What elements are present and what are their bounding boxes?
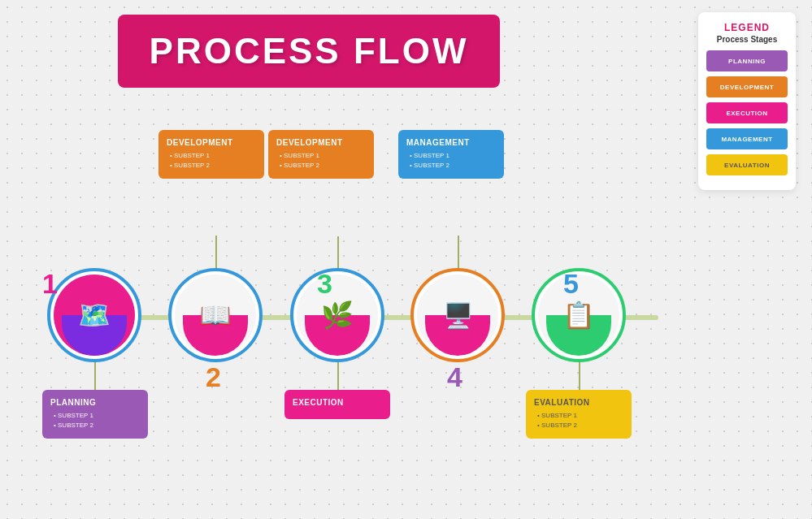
info-box-4-title: MANAGEMENT [406, 138, 496, 147]
step-number-5: 5 [563, 268, 579, 300]
legend-label-planning: PLANNING [728, 58, 766, 65]
legend-label-execution: EXECUTION [726, 110, 767, 117]
info-box-4-sub1: SUBSTEP 1 [410, 151, 496, 161]
legend-item-evaluation: EVALUATION [706, 154, 788, 175]
info-box-1-title: PLANNING [50, 398, 140, 407]
legend-label-management: MANAGEMENT [721, 136, 772, 143]
legend-item-execution: EXECUTION [706, 102, 788, 123]
info-box-3: EXECUTION [284, 390, 390, 419]
info-box-2b-sub1: SUBSTEP 1 [280, 151, 366, 161]
page-title: PROCESS FLOW [150, 31, 469, 71]
node-4: 🖥️ [417, 275, 498, 356]
info-box-1: PLANNING SUBSTEP 1 SUBSTEP 2 [42, 390, 148, 439]
legend-label-evaluation: EVALUATION [724, 162, 770, 169]
title-banner: PROCESS FLOW [118, 15, 500, 88]
info-box-5-sub1: SUBSTEP 1 [537, 411, 623, 421]
step-number-2: 2 [206, 361, 221, 393]
info-box-4: MANAGEMENT SUBSTEP 1 SUBSTEP 2 [398, 130, 504, 179]
info-box-5-title: EVALUATION [534, 398, 623, 407]
info-box-5-sub2: SUBSTEP 2 [537, 421, 623, 430]
legend-panel: LEGEND Process Stages PLANNING DEVELOPME… [698, 12, 796, 190]
step-number-3: 3 [317, 268, 332, 300]
legend-subtitle: Process Stages [706, 35, 788, 44]
legend-item-development: DEVELOPMENT [706, 76, 788, 97]
node-2: 📖 [175, 275, 256, 356]
step-number-1: 1 [42, 268, 58, 300]
info-box-1-sub2: SUBSTEP 2 [54, 421, 140, 430]
info-box-1-sub1: SUBSTEP 1 [54, 411, 140, 421]
info-box-2b-sub2: SUBSTEP 2 [280, 161, 366, 171]
info-box-2b-title: DEVELOPMENT [276, 138, 366, 147]
info-box-5: EVALUATION SUBSTEP 1 SUBSTEP 2 [526, 390, 632, 439]
legend-title: LEGEND [706, 22, 788, 33]
info-box-3-title: EXECUTION [293, 398, 382, 407]
node-3: 🌿 [297, 275, 378, 356]
legend-item-planning: PLANNING [706, 50, 788, 71]
main-container: PROCESS FLOW 🗺️ 1 PLANNING SUBSTEP 1 SUB… [0, 0, 812, 519]
info-box-2-sub2: SUBSTEP 2 [170, 161, 256, 171]
info-box-4-sub2: SUBSTEP 2 [410, 161, 496, 171]
node-1: 🗺️ [54, 275, 135, 356]
info-box-2: DEVELOPMENT SUBSTEP 1 SUBSTEP 2 [158, 130, 264, 179]
info-box-2b: DEVELOPMENT SUBSTEP 1 SUBSTEP 2 [268, 130, 374, 179]
node-5: 📋 [538, 275, 619, 356]
info-box-2-title: DEVELOPMENT [167, 138, 256, 147]
step-number-4: 4 [447, 361, 462, 393]
info-box-2-sub1: SUBSTEP 1 [170, 151, 256, 161]
legend-label-development: DEVELOPMENT [720, 84, 774, 91]
legend-item-management: MANAGEMENT [706, 128, 788, 149]
